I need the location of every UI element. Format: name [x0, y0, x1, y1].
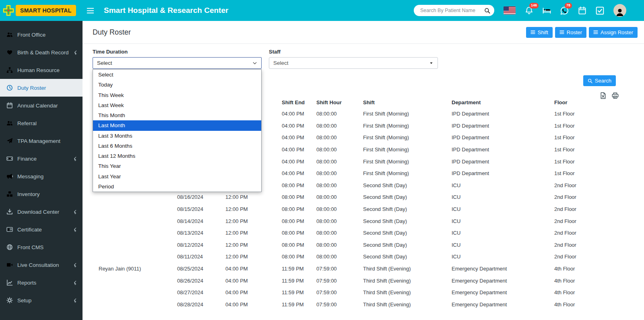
- header-icon-button[interactable]: [543, 6, 551, 15]
- cell-shift-end: 08:00 PM: [281, 206, 316, 212]
- sidebar-item-label: Inventory: [17, 191, 40, 197]
- cell-shift-hour: 08:00:00: [316, 111, 362, 117]
- cell-shift: Second Shift (Day): [362, 230, 451, 236]
- sidebar-item[interactable]: Front CMS: [0, 238, 83, 256]
- cell-shift-hour: 08:00:00: [316, 242, 362, 248]
- cell-shift-hour: 08:00:00: [316, 218, 362, 224]
- cell-department: IPD Department: [451, 170, 553, 176]
- staff-select[interactable]: Select: [269, 57, 438, 69]
- header-icon-button[interactable]: [578, 6, 586, 15]
- dropdown-option[interactable]: Today: [93, 80, 261, 90]
- header-icon-button[interactable]: 146: [525, 6, 533, 15]
- patient-search-input[interactable]: [419, 7, 484, 14]
- cell-date: 08/13/2024: [176, 230, 225, 236]
- dropdown-option[interactable]: Last 3 Months: [93, 131, 261, 141]
- sidebar-item[interactable]: Certificate: [0, 221, 83, 238]
- header-right-cluster: 146 78: [414, 4, 644, 17]
- sidebar-toggle-button[interactable]: [87, 7, 94, 14]
- sidebar-item[interactable]: Download Center: [0, 203, 83, 221]
- search-button[interactable]: Search: [583, 75, 616, 86]
- sidebar-item[interactable]: Referral: [0, 114, 83, 132]
- sidebar-item-label: Front CMS: [17, 244, 43, 250]
- cell-date: 08/26/2024: [176, 278, 225, 284]
- logo-text: SMART HOSPITAL: [16, 5, 76, 16]
- header-icon-button[interactable]: 78: [560, 6, 569, 15]
- dropdown-option[interactable]: Select: [93, 70, 261, 80]
- sidebar-item-label: Annual Calendar: [17, 103, 58, 109]
- sidebar-item[interactable]: Finance: [0, 150, 83, 167]
- brand-logo[interactable]: SMART HOSPITAL: [0, 4, 80, 17]
- column-header: Shift Hour: [316, 99, 362, 105]
- dropdown-option[interactable]: Last Week: [93, 100, 261, 110]
- cell-date: 08/16/2024: [176, 194, 225, 200]
- sidebar-item-label: Duty Roster: [17, 85, 46, 91]
- cell-shift: Second Shift (Day): [362, 218, 451, 224]
- sidebar-item[interactable]: Duty Roster: [0, 79, 83, 97]
- cell-shift: First Shift (Morning): [362, 111, 451, 117]
- cell-department: ICU: [451, 242, 553, 248]
- search-icon[interactable]: [484, 8, 490, 14]
- id-card-icon: [6, 226, 13, 233]
- header-icon-button[interactable]: [596, 6, 604, 15]
- video-icon: [6, 262, 13, 268]
- cell-shift-hour: 07:59:00: [316, 266, 362, 272]
- action-button[interactable]: Roster: [555, 27, 586, 38]
- chevron-left-icon: [73, 50, 78, 55]
- dropdown-option[interactable]: Last Month: [93, 120, 261, 130]
- list-icon: [530, 30, 535, 35]
- dropdown-option[interactable]: Last Year: [93, 171, 261, 182]
- users-icon: [6, 120, 13, 126]
- cell-department: Emergency Department: [451, 278, 553, 284]
- sidebar-item[interactable]: Messaging: [0, 167, 83, 185]
- action-button-label: Roster: [567, 29, 582, 35]
- sidebar-item[interactable]: Front Office: [0, 26, 83, 43]
- bed-icon: [543, 6, 551, 15]
- sidebar-item[interactable]: Annual Calendar: [0, 97, 83, 114]
- sidebar-item-label: Messaging: [17, 173, 43, 180]
- sidebar-item[interactable]: TPA Management: [0, 132, 83, 150]
- language-flag-us[interactable]: [504, 6, 516, 14]
- cell-shift-start: 04:00 PM: [225, 289, 281, 295]
- sidebar-item[interactable]: Setup: [0, 291, 83, 309]
- table-row: 08/28/2024 04:00 PM 11:59 PM 07:59:00 Th…: [93, 299, 619, 311]
- dropdown-option[interactable]: This Month: [93, 110, 261, 120]
- sidebar-item[interactable]: Birth & Death Record: [0, 43, 83, 61]
- table-row: 08/15/2024 12:00 PM 08:00 PM 08:00:00 Se…: [93, 203, 619, 215]
- table-row: 08/14/2024 12:00 PM 08:00 PM 08:00:00 Se…: [93, 215, 619, 227]
- cell-shift: First Shift (Morning): [362, 159, 451, 165]
- table-row: 08/13/2024 12:00 PM 08:00 PM 08:00:00 Se…: [93, 227, 619, 239]
- list-icon: [559, 30, 564, 35]
- cell-shift-start: 12:00 PM: [225, 242, 281, 248]
- dropdown-option[interactable]: This Week: [93, 90, 261, 100]
- action-button[interactable]: Assign Roster: [589, 27, 638, 38]
- sidebar-item[interactable]: Inventory: [0, 185, 83, 203]
- chevron-left-icon: [73, 280, 78, 285]
- cell-department: ICU: [451, 206, 553, 212]
- cell-department: Emergency Department: [451, 289, 553, 295]
- user-avatar[interactable]: [613, 4, 626, 17]
- cell-date: 08/11/2024: [176, 254, 225, 260]
- dropdown-option[interactable]: Last 6 Months: [93, 141, 261, 151]
- cell-floor: 2nd Floor: [553, 242, 619, 248]
- time-duration-select[interactable]: Select: [93, 57, 262, 69]
- cell-shift-hour: 08:00:00: [316, 147, 362, 153]
- action-button[interactable]: Shift: [526, 27, 553, 38]
- sidebar-item-label: Front Office: [17, 32, 45, 38]
- search-icon: [588, 78, 592, 83]
- dropdown-option[interactable]: Last 12 Months: [93, 151, 261, 161]
- chevron-left-icon: [73, 209, 78, 214]
- cell-shift-start: 04:00 PM: [225, 266, 281, 272]
- cell-floor: 4th Floor: [553, 278, 619, 284]
- sidebar-item[interactable]: Live Consultation: [0, 256, 83, 274]
- sidebar-item[interactable]: Reports: [0, 274, 83, 291]
- dropdown-option[interactable]: This Year: [93, 161, 261, 171]
- cell-date: 08/27/2024: [176, 289, 225, 295]
- time-duration-value: Select: [97, 60, 112, 66]
- cell-department: IPD Department: [451, 147, 553, 153]
- cell-department: ICU: [451, 230, 553, 236]
- sidebar-item-label: Birth & Death Record: [17, 50, 69, 56]
- cell-department: ICU: [451, 218, 553, 224]
- dropdown-option[interactable]: Period: [93, 182, 261, 192]
- cell-date: 08/25/2024: [176, 266, 225, 272]
- sidebar-item[interactable]: Human Resource: [0, 61, 83, 79]
